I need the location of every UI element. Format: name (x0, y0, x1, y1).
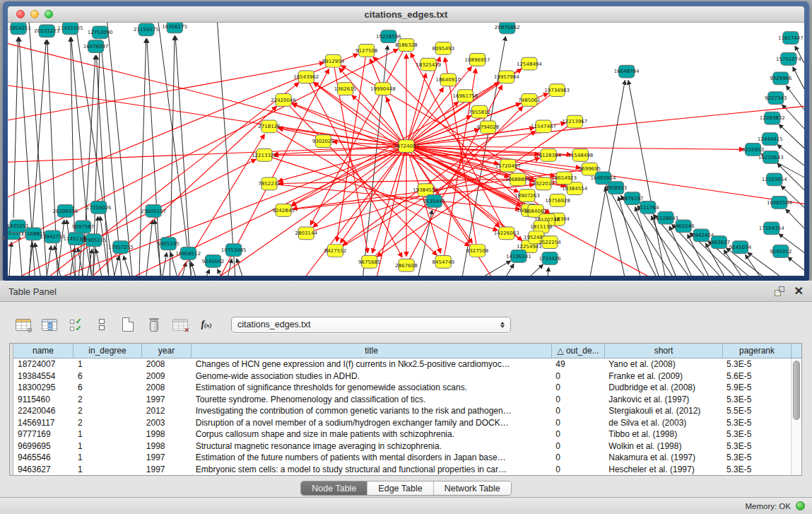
graph-node[interactable]: 11431505 (58, 23, 83, 35)
table-row[interactable]: 1938455462009Genome-wide association stu… (13, 370, 791, 382)
graph-node[interactable]: 9329966 (770, 72, 792, 85)
clear-table-icon[interactable]: ✕ (170, 315, 190, 334)
graph-node[interactable]: 9135445 (423, 195, 445, 208)
graph-node[interactable]: 16076097 (83, 40, 109, 53)
vertical-scrollbar[interactable] (791, 358, 801, 475)
graph-node[interactable]: 9463627 (708, 236, 730, 249)
graph-node[interactable]: 9227343 (765, 92, 787, 105)
tab-edge-table[interactable]: Edge Table (367, 481, 433, 495)
graph-node[interactable]: 10896957 (465, 53, 490, 66)
graph-node[interactable]: 7955812 (469, 105, 490, 118)
table-row[interactable]: 969969511998Structural magnetic resonanc… (13, 440, 791, 452)
graph-node[interactable]: 9245042 (202, 255, 224, 267)
table-row[interactable]: 977716911998Corpus callosum shape and si… (13, 428, 791, 440)
graph-node[interactable]: 22420046 (271, 94, 296, 107)
graph-node[interactable]: 9127508 (355, 45, 377, 57)
graph-node[interactable]: 10753485 (221, 244, 247, 257)
graph-node[interactable]: 8427552 (324, 245, 346, 257)
table-row[interactable]: 1872400712008Changes of HCN gene express… (13, 358, 791, 370)
graph-node[interactable]: 16210643 (758, 151, 784, 163)
graph-node[interactable]: 5905195 (158, 238, 180, 250)
graph-node[interactable]: 9245034 (729, 241, 752, 254)
graph-node[interactable]: 12093832 (760, 112, 785, 124)
merge-rows-icon[interactable] (92, 315, 112, 334)
graph-node[interactable]: 12753090 (88, 26, 113, 39)
network-canvas[interactable]: 1872400781863289127508891295416543962224… (8, 23, 804, 276)
table-row[interactable]: 946362711997Embryonic stem cells: a mode… (13, 464, 791, 476)
graph-node[interactable]: 16648784 (614, 65, 640, 78)
scrollbar-thumb[interactable] (793, 361, 800, 420)
graph-node[interactable]: 8186328 (395, 39, 417, 52)
window-titlebar[interactable]: citations_edges.txt (8, 6, 804, 23)
table-selector-dropdown[interactable]: citations_edges.txt (231, 317, 511, 333)
row-selection-icon[interactable]: ✓✓ (66, 315, 86, 334)
float-panel-icon[interactable] (775, 286, 784, 296)
graph-node[interactable]: 9675685 (358, 255, 380, 268)
graph-node[interactable]: 17359026 (86, 201, 112, 214)
graph-node[interactable]: 10465504 (767, 197, 792, 209)
graph-node[interactable]: 16543962 (293, 71, 319, 83)
column-header-pagerank[interactable]: pagerank (723, 344, 792, 358)
graph-node[interactable]: 9465546 (672, 220, 694, 233)
delete-table-icon[interactable] (144, 315, 164, 334)
column-header-in-degree[interactable]: in_degree (73, 344, 142, 358)
table-panel-header[interactable]: Table Panel ✕ (0, 281, 812, 302)
graph-node[interactable]: 7485061 (518, 94, 540, 107)
column-header-out-de-[interactable]: △ out_de... (552, 344, 605, 358)
close-panel-icon[interactable]: ✕ (794, 286, 804, 296)
graph-node[interactable]: 8454749 (433, 255, 454, 268)
graph-node[interactable]: 12103054 (762, 173, 787, 186)
graph-node[interactable]: 19218596 (376, 30, 401, 43)
graph-node[interactable]: 11547467 (531, 120, 556, 133)
table-row[interactable]: 2242004622012Investigating the contribut… (13, 405, 791, 417)
graph-node[interactable]: 25605107 (141, 204, 166, 217)
graph-node[interactable]: 21154575 (134, 23, 159, 36)
graph-node[interactable]: 9097587 (72, 221, 94, 233)
graph-node[interactable]: 7852231 (258, 177, 280, 190)
graph-node[interactable]: 9302021 (312, 135, 334, 148)
graph-node[interactable]: 6794028 (477, 121, 499, 134)
tab-node-table[interactable]: Node Table (301, 481, 367, 495)
graph-node[interactable]: 11817447 (778, 32, 804, 45)
select-column-icon[interactable] (40, 315, 59, 334)
graph-node[interactable]: 6879197 (621, 192, 643, 205)
graph-node[interactable]: 12548494 (517, 57, 542, 70)
graph-node[interactable]: 12444415 (758, 133, 783, 146)
graph-node[interactable]: 15751074 (776, 52, 801, 65)
graph-node[interactable]: 16128364 (536, 149, 561, 162)
graph-node[interactable]: 9327508 (466, 245, 488, 257)
tab-network-table[interactable]: Network Table (434, 481, 511, 495)
graph-node[interactable]: 17104354 (759, 222, 784, 235)
table-settings-icon[interactable]: ⚙ (13, 315, 33, 334)
graph-node[interactable]: 2718126 (258, 120, 280, 133)
graph-node[interactable]: 16356175 (162, 23, 187, 33)
graph-node[interactable]: 20531223 (34, 25, 59, 37)
new-table-icon[interactable] (118, 315, 138, 334)
graph-node[interactable]: 2803144 (295, 227, 318, 240)
table-row[interactable]: 911546021997Tourette syndrome. Phenomeno… (13, 394, 791, 406)
panel-collapse-arrow-icon[interactable]: ◄ (0, 234, 6, 241)
graph-node[interactable]: 9245012 (770, 245, 792, 258)
column-header-year[interactable]: year (142, 344, 192, 358)
table-row[interactable]: 1456911722003Disruption of a novel membe… (13, 417, 791, 429)
function-builder-icon[interactable]: f(x) (196, 315, 216, 334)
graph-node[interactable]: 20876862 (495, 23, 520, 34)
memory-status-indicator[interactable] (796, 501, 805, 510)
graph-node[interactable]: 8958923 (605, 182, 627, 194)
graph-node[interactable]: 2867608 (395, 259, 417, 271)
graph-node[interactable]: 8095493 (433, 42, 454, 55)
graph-node[interactable]: 8215953 (742, 144, 764, 156)
column-header-title[interactable]: title (192, 344, 552, 358)
graph-node[interactable]: 16128043 (653, 211, 678, 224)
graph-node[interactable]: 13954251 (8, 23, 31, 35)
table-row[interactable]: 1830029562008Estimation of significance … (13, 382, 791, 394)
graph-node[interactable]: 9111764 (637, 201, 659, 214)
graph-node[interactable]: 1733426 (539, 252, 560, 264)
graph-node[interactable]: 10756928 (545, 194, 570, 207)
graph-node[interactable]: 14226063 (494, 227, 519, 240)
graph-node[interactable]: 9242845 (272, 204, 294, 216)
network-view-window[interactable]: citations_edges.txt 18724007818632891275… (3, 1, 809, 281)
graph-node[interactable]: 16958512 (175, 247, 201, 260)
column-header-name[interactable]: name (13, 344, 73, 358)
graph-node[interactable]: 19384554 (413, 184, 438, 197)
